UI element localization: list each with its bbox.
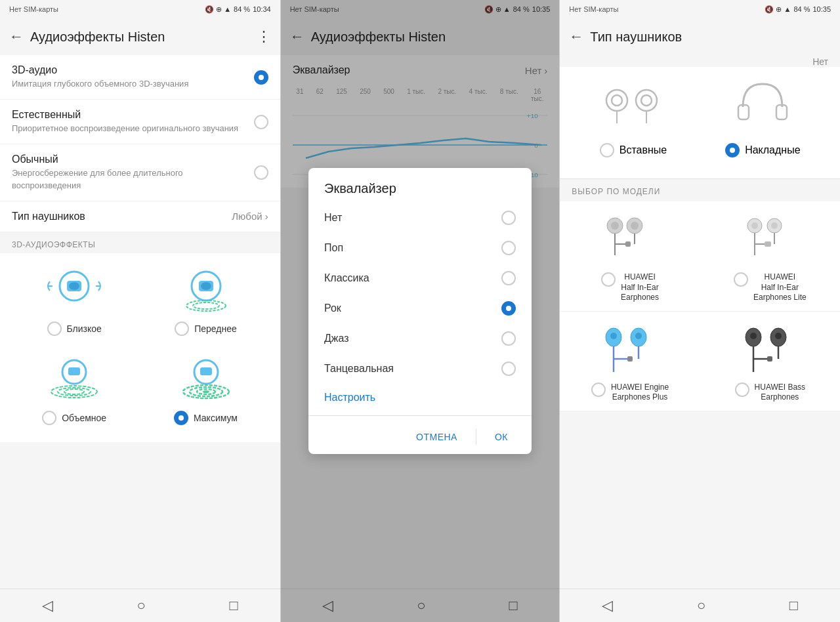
- dialog-ok[interactable]: ОК: [482, 425, 521, 449]
- max-headphone-icon: [177, 356, 236, 408]
- svg-point-29: [641, 95, 652, 106]
- radio-rock[interactable]: [501, 301, 516, 316]
- over-ear-label: Накладные: [745, 144, 800, 156]
- dialog-overlay: Эквалайзер Нет Поп Классика Рок Джаз: [281, 0, 560, 622]
- radio-model-half-inear[interactable]: [601, 272, 616, 287]
- home-nav-3[interactable]: ○: [697, 597, 705, 614]
- bass-svg: [740, 323, 799, 375]
- model-half-inear-lite-label-row: HUAWEIHalf In-EarEarphones Lite: [734, 272, 807, 303]
- half-inear-lite-svg: [740, 213, 799, 265]
- model-half-inear-image: [597, 209, 663, 268]
- model-engine-plus-image: [597, 320, 663, 379]
- status-battery-3: 84 %: [793, 5, 810, 13]
- radio-dance[interactable]: [501, 362, 516, 376]
- radio-earbuds[interactable]: [600, 143, 614, 157]
- status-right-1: 🔇 ⊕ ▲ 84 % 10:34: [205, 5, 271, 14]
- close-headphone-icon: [45, 266, 104, 319]
- home-nav-1[interactable]: ○: [137, 597, 146, 614]
- top-bar-3: ← Тип наушников: [560, 18, 840, 55]
- back-button-1[interactable]: ←: [9, 28, 24, 45]
- radio-natural[interactable]: [254, 115, 268, 129]
- svg-point-34: [611, 222, 619, 230]
- menu-button-1[interactable]: ⋮: [257, 28, 271, 45]
- page-title-1: Аудиоэффекты Histen: [30, 30, 250, 45]
- back-button-3[interactable]: ←: [569, 28, 583, 45]
- radio-model-half-inear-lite[interactable]: [734, 272, 748, 287]
- over-ear-icon: [733, 77, 792, 136]
- dialog-customize[interactable]: Настроить: [308, 384, 532, 411]
- mode-front-label: Переднее: [194, 323, 237, 334]
- radio-surround[interactable]: [42, 411, 56, 425]
- mode-surround[interactable]: Объемное: [12, 349, 136, 432]
- radio-model-engine-plus[interactable]: [591, 383, 606, 397]
- dialog-option-none[interactable]: Нет: [308, 203, 532, 233]
- dialog-cancel[interactable]: ОТМЕНА: [403, 425, 471, 449]
- dialog-buttons: ОТМЕНА ОК: [308, 420, 532, 454]
- model-bass-image: [737, 320, 803, 379]
- model-half-inear-lite-name: HUAWEIHalf In-EarEarphones Lite: [753, 272, 807, 303]
- mode-close-label: Близкое: [67, 323, 102, 334]
- mode-max[interactable]: Максимум: [143, 349, 268, 432]
- model-engine-plus[interactable]: HUAWEI EngineEarphones Plus: [560, 312, 700, 411]
- setting-3d-audio[interactable]: 3D-аудио Имитация глубокого объемного 3D…: [0, 55, 280, 100]
- dialog-option-jazz[interactable]: Джаз: [308, 323, 532, 354]
- earbuds-type[interactable]: Вставные: [600, 77, 667, 157]
- earbuds-label: Вставные: [620, 144, 667, 156]
- model-grid: HUAWEIHalf In-EarEarphones: [560, 201, 840, 411]
- back-nav-1[interactable]: ◁: [42, 597, 53, 614]
- svg-point-2: [69, 282, 79, 290]
- headphone-type-nav[interactable]: Тип наушников Любой ›: [0, 201, 280, 232]
- recent-nav-1[interactable]: □: [230, 597, 238, 614]
- setting-natural-desc: Приоритетное воспроизведение оригинально…: [12, 123, 254, 135]
- setting-normal-desc: Энергосбережение для более длительного в…: [12, 167, 254, 191]
- radio-pop[interactable]: [501, 241, 516, 255]
- panel-1: Нет SIM-карты 🔇 ⊕ ▲ 84 % 10:34 ← Аудиоэф…: [0, 0, 280, 622]
- radio-none[interactable]: [501, 211, 516, 225]
- back-nav-3[interactable]: ◁: [602, 597, 613, 614]
- radio-close[interactable]: [47, 321, 62, 336]
- model-half-inear[interactable]: HUAWEIHalf In-EarEarphones: [560, 201, 700, 312]
- radio-model-bass[interactable]: [735, 383, 749, 397]
- mode-close[interactable]: Близкое: [12, 260, 136, 342]
- radio-over-ear[interactable]: [725, 143, 740, 157]
- radio-jazz[interactable]: [501, 331, 516, 346]
- status-battery-1: 84 %: [234, 5, 250, 13]
- radio-front[interactable]: [175, 321, 189, 336]
- status-bar-3: Нет SIM-карты 🔇 ⊕ ▲ 84 % 10:35: [560, 0, 840, 18]
- status-carrier-3: Нет SIM-карты: [569, 5, 618, 13]
- model-bass[interactable]: HUAWEI BassEarphones: [700, 312, 840, 411]
- radio-max[interactable]: [174, 411, 188, 425]
- svg-point-28: [636, 90, 657, 111]
- setting-natural[interactable]: Естественный Приоритетное воспроизведени…: [0, 100, 280, 144]
- dialog-option-pop[interactable]: Поп: [308, 233, 532, 263]
- status-icons-3: 🔇 ⊕ ▲: [765, 5, 791, 14]
- dialog-title: Эквалайзер: [308, 168, 532, 203]
- radio-normal[interactable]: [254, 165, 268, 180]
- mode-front-label-row: Переднее: [175, 321, 237, 336]
- model-bass-name: HUAWEI BassEarphones: [755, 383, 806, 403]
- svg-point-50: [610, 333, 617, 339]
- svg-point-58: [750, 333, 757, 339]
- svg-point-26: [612, 95, 622, 106]
- dialog-option-classic[interactable]: Классика: [308, 263, 532, 293]
- dialog-option-dance[interactable]: Танцевальная: [308, 354, 532, 384]
- mode-close-label-row: Близкое: [47, 321, 102, 336]
- none-label-top: Нет: [560, 55, 840, 67]
- bottom-nav-1: ◁ ○ □: [0, 589, 280, 622]
- status-icons-1: 🔇 ⊕ ▲: [205, 5, 231, 14]
- svg-point-38: [631, 222, 639, 230]
- model-half-inear-lite[interactable]: HUAWEIHalf In-EarEarphones Lite: [700, 201, 840, 312]
- dialog-option-rock[interactable]: Рок: [308, 293, 532, 323]
- radio-3d-audio[interactable]: [254, 70, 268, 85]
- svg-rect-9: [68, 367, 80, 375]
- setting-normal[interactable]: Обычный Энергосбережение для более длите…: [0, 144, 280, 201]
- svg-rect-14: [200, 367, 212, 375]
- recent-nav-3[interactable]: □: [789, 597, 798, 614]
- radio-classic[interactable]: [501, 271, 516, 285]
- headphone-type-value: Любой ›: [232, 211, 268, 222]
- svg-point-54: [635, 333, 642, 339]
- model-engine-plus-name: HUAWEI EngineEarphones Plus: [611, 383, 669, 403]
- mode-front[interactable]: Переднее: [143, 260, 268, 342]
- over-ear-type[interactable]: Накладные: [725, 77, 800, 157]
- svg-rect-40: [625, 241, 631, 247]
